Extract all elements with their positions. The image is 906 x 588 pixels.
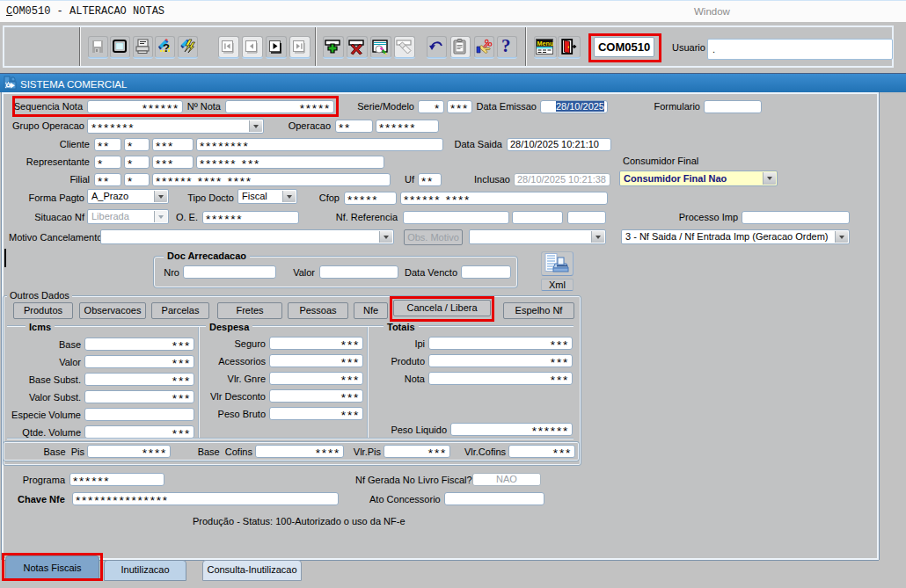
svg-text:Menu: Menu (537, 40, 553, 47)
svg-text:?: ? (163, 41, 170, 54)
